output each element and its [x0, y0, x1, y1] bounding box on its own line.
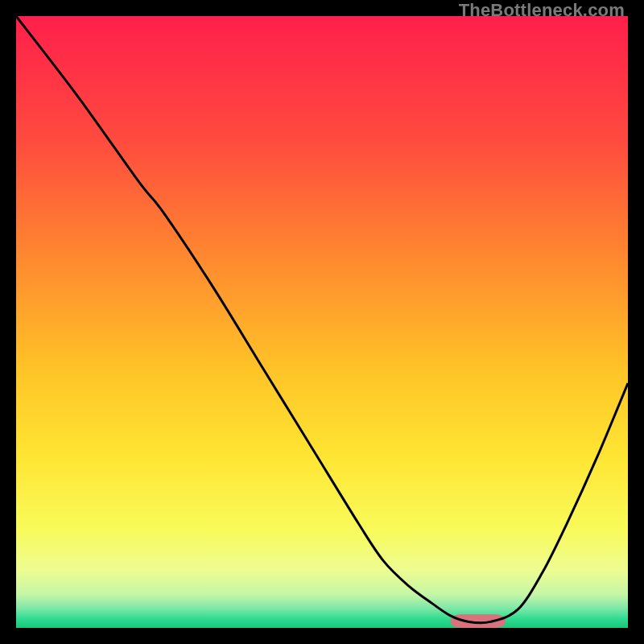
chart-plot: [16, 16, 628, 628]
chart-frame: TheBottleneck.com: [0, 0, 644, 644]
gradient-background: [16, 16, 628, 628]
